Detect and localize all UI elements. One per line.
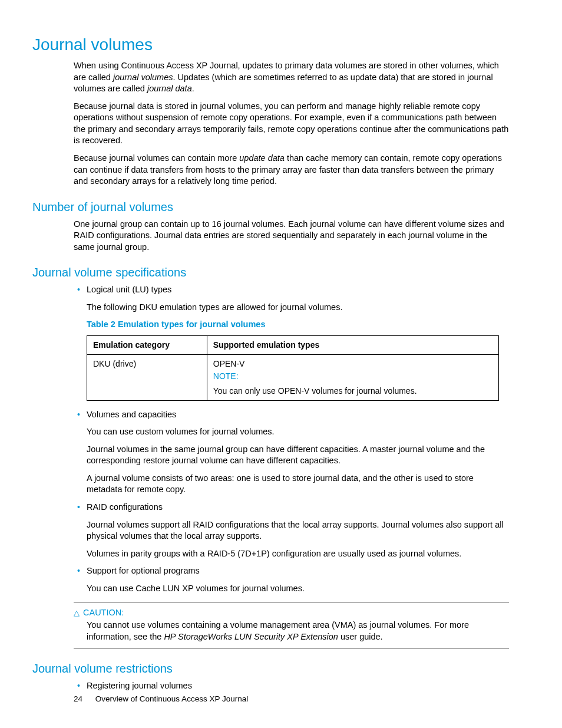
term-journal-data: journal data bbox=[147, 84, 192, 93]
spec-list: Volumes and capacities bbox=[74, 409, 509, 421]
text: user guide. bbox=[338, 632, 383, 641]
paragraph: A journal volume consists of two areas: … bbox=[87, 473, 509, 496]
restrict-list: Registering journal volumes bbox=[74, 680, 509, 692]
table-row: DKU (drive) OPEN-V NOTE: You can only us… bbox=[87, 354, 499, 400]
list-item-body: You can use Cache LUN XP volumes for jou… bbox=[87, 583, 509, 595]
table-header-row: Emulation category Supported emulation t… bbox=[87, 336, 499, 355]
page-number: 24 bbox=[74, 694, 82, 703]
paragraph: Because journal data is stored in journa… bbox=[74, 101, 509, 147]
number-block: One journal group can contain up to 16 j… bbox=[74, 219, 509, 253]
paragraph: The following DKU emulation types are al… bbox=[87, 302, 509, 314]
paragraph: You can use custom volumes for journal v… bbox=[87, 426, 509, 438]
note-label: NOTE: bbox=[213, 371, 492, 382]
caution-label: CAUTION: bbox=[83, 608, 124, 617]
page-footer: 24 Overview of Continuous Access XP Jour… bbox=[74, 694, 248, 703]
restrict-block: Registering journal volumes bbox=[74, 680, 509, 692]
list-item-registering: Registering journal volumes bbox=[74, 680, 509, 692]
paragraph: Journal volumes in the same journal grou… bbox=[87, 444, 509, 467]
spec-list: Support for optional programs bbox=[74, 565, 509, 577]
emulation-types-table: Emulation category Supported emulation t… bbox=[87, 335, 499, 401]
paragraph: Journal volumes support all RAID configu… bbox=[87, 519, 509, 542]
spec-block: Logical unit (LU) types The following DK… bbox=[74, 284, 509, 649]
term-journal-volumes: journal volumes bbox=[113, 73, 173, 82]
list-item-body: Journal volumes support all RAID configu… bbox=[87, 519, 509, 560]
list-item-optional-programs: Support for optional programs bbox=[74, 565, 509, 577]
term-update-data: update data bbox=[239, 153, 285, 163]
paragraph: When using Continuous Access XP Journal,… bbox=[74, 60, 509, 95]
caution-body: You cannot use volumes containing a volu… bbox=[87, 620, 509, 643]
caution-box: △CAUTION: You cannot use volumes contain… bbox=[74, 602, 509, 649]
table-cell: OPEN-V NOTE: You can only use OPEN-V vol… bbox=[207, 354, 498, 400]
spec-list: Logical unit (LU) types bbox=[74, 284, 509, 296]
list-item-lu-types: Logical unit (LU) types bbox=[74, 284, 509, 296]
paragraph: Volumes in parity groups with a RAID-5 (… bbox=[87, 548, 509, 560]
table-header-cell: Emulation category bbox=[87, 336, 207, 355]
list-item-volumes-capacities: Volumes and capacities bbox=[74, 409, 509, 421]
spec-list: RAID configurations bbox=[74, 502, 509, 513]
paragraph: Because journal volumes can contain more… bbox=[74, 153, 509, 187]
text: Because journal volumes can contain more bbox=[74, 153, 239, 163]
heading-number-of-journal-volumes: Number of journal volumes bbox=[32, 200, 509, 214]
list-item-body: You can use custom volumes for journal v… bbox=[87, 426, 509, 496]
heading-journal-volumes: Journal volumes bbox=[32, 35, 509, 54]
table-caption: Table 2 Emulation types for journal volu… bbox=[87, 319, 509, 331]
caution-heading: △CAUTION: bbox=[74, 608, 509, 617]
text: . bbox=[192, 84, 194, 93]
paragraph: You can use Cache LUN XP volumes for jou… bbox=[87, 583, 509, 595]
heading-journal-volume-restrictions: Journal volume restrictions bbox=[32, 662, 509, 676]
document-page: Journal volumes When using Continuous Ac… bbox=[0, 0, 562, 728]
reference-title: HP StorageWorks LUN Security XP Extensio… bbox=[164, 632, 338, 641]
table-header-cell: Supported emulation types bbox=[207, 336, 498, 355]
list-item-raid-configurations: RAID configurations bbox=[74, 502, 509, 513]
note-body: You can only use OPEN-V volumes for jour… bbox=[213, 386, 492, 397]
caution-icon: △ bbox=[74, 608, 80, 617]
footer-title: Overview of Continuous Access XP Journal bbox=[95, 694, 248, 703]
list-item-body: The following DKU emulation types are al… bbox=[87, 302, 509, 401]
paragraph: One journal group can contain up to 16 j… bbox=[74, 219, 509, 253]
table-cell: DKU (drive) bbox=[87, 354, 207, 400]
intro-block: When using Continuous Access XP Journal,… bbox=[74, 60, 509, 187]
heading-journal-volume-specifications: Journal volume specifications bbox=[32, 266, 509, 279]
text: OPEN-V bbox=[213, 358, 492, 370]
